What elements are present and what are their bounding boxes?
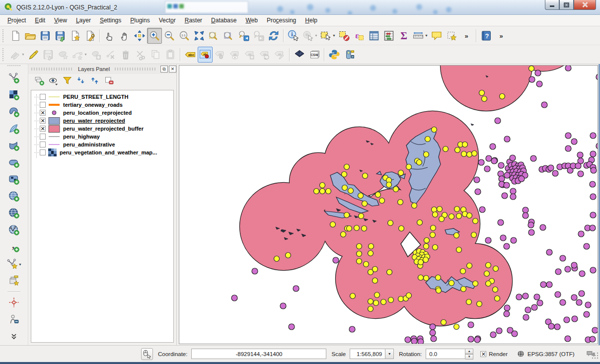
rotation-down-button[interactable]: ▼ bbox=[465, 354, 473, 360]
label-edit-button[interactable]: ab bbox=[272, 47, 287, 63]
layer-label[interactable]: peru_water_reprojected bbox=[63, 118, 125, 124]
menu-processing[interactable]: Processing bbox=[262, 16, 300, 25]
new-composer-button[interactable] bbox=[68, 28, 82, 44]
field-calculator-button[interactable] bbox=[381, 28, 396, 44]
dropdown-arrow-icon[interactable]: ▼ bbox=[18, 263, 22, 266]
panel-grip[interactable] bbox=[115, 68, 156, 71]
layer-visibility-checkbox[interactable]: ✕ bbox=[40, 118, 46, 124]
zoom-native-button[interactable]: 1:1 bbox=[177, 28, 192, 44]
layer-label[interactable]: peru_highway bbox=[63, 134, 100, 140]
attribute-table-button[interactable] bbox=[367, 28, 381, 44]
scale-combo[interactable]: 1:565,809 ▼ bbox=[350, 349, 394, 359]
minimize-button[interactable] bbox=[545, 0, 559, 10]
layer-label[interactable]: PERU_STREET_LENGTH bbox=[63, 94, 128, 100]
menu-view[interactable]: View bbox=[50, 16, 72, 25]
move-feature-button[interactable] bbox=[88, 47, 103, 63]
plugin-diamond-button[interactable] bbox=[292, 47, 307, 63]
remove-layer-button[interactable] bbox=[104, 75, 114, 87]
toolbar-grip[interactable] bbox=[2, 48, 6, 61]
save-edits-button[interactable] bbox=[41, 47, 56, 63]
toggle-editing-button[interactable] bbox=[26, 47, 41, 63]
new-bookmark-button[interactable] bbox=[444, 28, 459, 44]
layer-visibility-checkbox[interactable] bbox=[40, 102, 46, 108]
node-tool-button[interactable]: ▼ bbox=[71, 47, 88, 63]
label-pinned-button[interactable]: ab bbox=[198, 47, 213, 63]
statistical-summary-button[interactable]: Σ bbox=[396, 28, 411, 44]
paste-features-button[interactable] bbox=[163, 47, 178, 63]
help-button[interactable]: ? bbox=[479, 28, 494, 44]
run-feature-action-button[interactable]: ▼ bbox=[301, 28, 319, 44]
zoom-to-selection-button[interactable] bbox=[207, 28, 222, 44]
render-checkbox[interactable]: ✕ bbox=[480, 351, 486, 357]
python-console-button[interactable] bbox=[327, 47, 342, 63]
manage-visibility-button[interactable] bbox=[48, 75, 59, 87]
add-db2-layer-button[interactable] bbox=[4, 172, 24, 188]
save-project-as-button[interactable] bbox=[53, 28, 68, 44]
dropdown-arrow-icon[interactable]: ▼ bbox=[425, 34, 428, 37]
zoom-out-button[interactable] bbox=[162, 28, 177, 44]
layer-visibility-checkbox[interactable]: ✕ bbox=[40, 126, 46, 132]
toggle-extents-button[interactable] bbox=[141, 348, 153, 360]
add-raster-layer-button[interactable] bbox=[4, 87, 24, 103]
overflow-button[interactable]: » bbox=[494, 28, 509, 44]
dropdown-arrow-icon[interactable]: ▼ bbox=[314, 34, 318, 37]
layer-label[interactable]: peru_vegetation_and_weather_map... bbox=[60, 149, 157, 155]
refresh-button[interactable] bbox=[266, 28, 281, 44]
map-canvas[interactable] bbox=[179, 65, 598, 344]
zoom-last-button[interactable] bbox=[236, 28, 251, 44]
zoom-in-button[interactable] bbox=[147, 28, 162, 44]
rotation-spinner[interactable]: 0.0 ▲ ▼ bbox=[426, 349, 473, 359]
add-feature-button[interactable] bbox=[56, 47, 71, 63]
menu-help[interactable]: Help bbox=[300, 16, 322, 25]
deselect-all-button[interactable] bbox=[337, 28, 352, 44]
new-geopackage-layer-button[interactable] bbox=[4, 273, 24, 289]
add-wms-layer-button[interactable] bbox=[4, 189, 24, 205]
layer-label[interactable]: tertiary_oneway_roads bbox=[63, 102, 123, 108]
toolbar-grip[interactable] bbox=[2, 29, 6, 42]
identify-features-button[interactable]: i bbox=[286, 28, 301, 44]
menu-web[interactable]: Web bbox=[241, 16, 262, 25]
add-vector-layer-button[interactable] bbox=[4, 71, 24, 86]
layer-label[interactable]: peru_water_reprojected_buffer bbox=[63, 126, 144, 132]
new-project-button[interactable] bbox=[8, 28, 23, 44]
expand-all-button[interactable] bbox=[76, 75, 86, 87]
gps-tools-button[interactable] bbox=[342, 47, 357, 63]
cut-features-button[interactable] bbox=[133, 47, 148, 63]
metasearch-csw-button[interactable]: CSW bbox=[307, 47, 322, 63]
crs-status[interactable]: EPSG:3857 (OTF) bbox=[527, 351, 575, 357]
scale-dropdown-button[interactable]: ▼ bbox=[385, 349, 394, 359]
layer-visibility-checkbox[interactable]: ✕ bbox=[40, 110, 46, 116]
menu-plugins[interactable]: Plugins bbox=[126, 16, 154, 25]
add-mssql-layer-button[interactable] bbox=[4, 138, 24, 154]
dropdown-arrow-icon[interactable]: ▼ bbox=[84, 53, 87, 56]
zoom-next-button[interactable] bbox=[251, 28, 266, 44]
menu-project[interactable]: Project bbox=[3, 16, 30, 25]
collapse-all-button[interactable] bbox=[90, 75, 100, 87]
close-button[interactable] bbox=[574, 0, 596, 10]
copy-features-button[interactable] bbox=[148, 47, 163, 63]
menu-vector[interactable]: Vector bbox=[154, 16, 180, 25]
label-pin-button[interactable]: ab bbox=[213, 47, 227, 63]
maximize-button[interactable] bbox=[559, 0, 574, 10]
layer-label[interactable]: peru_administrative bbox=[63, 142, 115, 147]
delete-selected-button[interactable] bbox=[118, 47, 133, 63]
layer-row[interactable]: peru_highway bbox=[31, 133, 173, 141]
layer-row[interactable]: ✕peru_location_reprojected bbox=[31, 109, 173, 117]
menu-raster[interactable]: Raster bbox=[180, 16, 207, 25]
label-visibility-button[interactable]: ab bbox=[227, 47, 242, 63]
zoom-full-button[interactable] bbox=[192, 28, 207, 44]
layer-row[interactable]: ✕peru_water_reprojected bbox=[31, 117, 173, 125]
overflow-button[interactable]: » bbox=[459, 28, 474, 44]
layer-row[interactable]: tertiary_oneway_roads bbox=[31, 101, 173, 109]
label-move-button[interactable]: ab bbox=[242, 47, 257, 63]
crs-globe-icon[interactable] bbox=[517, 350, 525, 358]
label-rotate-button[interactable]: ab bbox=[257, 47, 272, 63]
select-features-button[interactable]: ▼ bbox=[319, 28, 337, 44]
dropdown-arrow-icon[interactable]: ▼ bbox=[332, 34, 336, 37]
layer-row[interactable]: PERU_STREET_LENGTH bbox=[31, 93, 173, 101]
overflow-down-button[interactable] bbox=[4, 329, 24, 345]
menu-database[interactable]: Database bbox=[207, 16, 241, 25]
menu-layer[interactable]: Layer bbox=[72, 16, 95, 25]
add-wcs-layer-button[interactable] bbox=[4, 206, 24, 221]
composer-manager-button[interactable] bbox=[82, 28, 97, 44]
